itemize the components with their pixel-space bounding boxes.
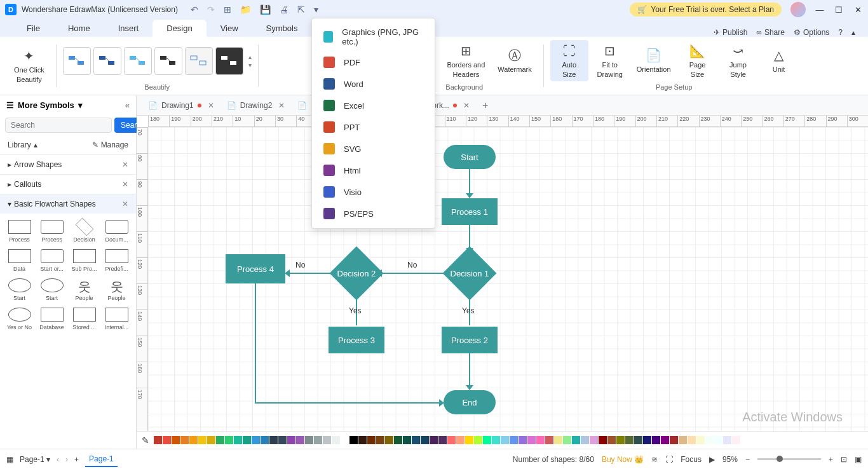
color-swatch[interactable]: [314, 436, 322, 444]
color-swatch[interactable]: [234, 436, 242, 444]
shape-item[interactable]: Decision: [69, 217, 100, 245]
shape-start[interactable]: Start: [444, 145, 496, 169]
open-icon[interactable]: 📁: [240, 4, 251, 15]
tab-file[interactable]: File: [13, 20, 54, 37]
color-swatch[interactable]: [545, 436, 553, 444]
tab-insert[interactable]: Insert: [104, 20, 153, 37]
export-icon[interactable]: ⇱: [297, 4, 305, 15]
doc-tab[interactable]: 📄Drawing1✕: [142, 97, 220, 114]
next-page-icon[interactable]: ›: [65, 455, 68, 464]
color-swatch[interactable]: [581, 436, 589, 444]
close-cat-icon[interactable]: ✕: [122, 160, 128, 169]
export-item[interactable]: SVG: [312, 138, 435, 160]
color-swatch[interactable]: [590, 436, 598, 444]
color-swatch[interactable]: [341, 436, 349, 444]
publish-button[interactable]: ✈ Publish: [714, 28, 747, 37]
tab-home[interactable]: Home: [54, 20, 104, 37]
cat-basic-flowchart[interactable]: ▾ Basic Flowchart Shapes✕: [0, 194, 136, 214]
prev-page-icon[interactable]: ‹: [57, 455, 59, 464]
shape-end[interactable]: End: [444, 390, 496, 414]
panels-icon[interactable]: ▣: [855, 455, 862, 464]
cat-arrow-shapes[interactable]: ▸ Arrow Shapes✕: [0, 154, 136, 174]
shape-item[interactable]: Start or...: [36, 247, 67, 275]
color-swatch[interactable]: [412, 436, 420, 444]
qat-more-icon[interactable]: ▾: [314, 4, 318, 15]
export-item[interactable]: Graphics (PNG, JPG etc.): [312, 22, 435, 51]
color-swatch[interactable]: [696, 436, 705, 444]
shape-item[interactable]: Process: [4, 217, 35, 245]
color-swatch[interactable]: [349, 436, 358, 444]
close-tab-icon[interactable]: ✕: [208, 101, 214, 110]
color-swatch[interactable]: [403, 436, 411, 444]
close-tab-icon[interactable]: ✕: [463, 101, 470, 110]
tab-design[interactable]: Design: [153, 20, 206, 37]
color-swatch[interactable]: [385, 436, 393, 444]
color-swatch[interactable]: [652, 436, 660, 444]
color-swatch[interactable]: [172, 436, 180, 444]
color-swatch[interactable]: [607, 436, 616, 444]
color-swatch[interactable]: [269, 436, 278, 444]
color-swatch[interactable]: [287, 436, 295, 444]
color-swatch[interactable]: [189, 436, 198, 444]
redo-icon[interactable]: ↷: [207, 4, 215, 15]
color-swatch[interactable]: [261, 436, 269, 444]
color-swatch[interactable]: [679, 436, 687, 444]
color-swatch[interactable]: [447, 436, 456, 444]
close-button[interactable]: ✕: [853, 5, 863, 15]
page-tab[interactable]: Page-1: [85, 452, 118, 467]
color-swatch[interactable]: [670, 436, 678, 444]
shape-process4[interactable]: Process 4: [226, 254, 285, 283]
color-swatch[interactable]: [536, 436, 545, 444]
color-swatch[interactable]: [510, 436, 518, 444]
color-swatch[interactable]: [421, 436, 429, 444]
color-swatch[interactable]: [483, 436, 491, 444]
watermark-button[interactable]: ⒶWatermark: [492, 44, 536, 76]
print-icon[interactable]: 🖨: [280, 4, 288, 15]
shape-process1[interactable]: Process 1: [442, 198, 498, 225]
focus-button[interactable]: Focus: [681, 455, 702, 464]
color-swatch[interactable]: [625, 436, 634, 444]
shape-item[interactable]: Database: [36, 305, 67, 333]
shape-decision1[interactable]: Decision 1: [443, 247, 497, 301]
library-up-icon[interactable]: ▴: [34, 140, 37, 149]
color-swatch[interactable]: [616, 436, 625, 444]
one-click-beautify-button[interactable]: ✦ One Click Beautify: [9, 45, 50, 86]
color-swatch[interactable]: [519, 436, 527, 444]
color-swatch[interactable]: [456, 436, 465, 444]
page-sheets-icon[interactable]: ▦: [6, 455, 13, 464]
color-swatch[interactable]: [278, 436, 287, 444]
share-button[interactable]: ∞ Share: [756, 28, 785, 37]
borders-headers-button[interactable]: ⊞Borders and Headers: [442, 40, 490, 81]
theme-5[interactable]: [185, 47, 213, 75]
color-swatch[interactable]: [296, 436, 304, 444]
auto-size-button[interactable]: ⛶Auto Size: [550, 40, 588, 81]
shape-item[interactable]: Yes or No: [4, 305, 35, 333]
orientation-button[interactable]: 📄Orientation: [632, 44, 676, 76]
undo-icon[interactable]: ↶: [191, 4, 198, 15]
manage-button[interactable]: ✎ Manage: [92, 140, 128, 149]
tab-symbols[interactable]: Symbols: [252, 20, 312, 37]
color-swatch[interactable]: [394, 436, 402, 444]
color-swatch[interactable]: [207, 436, 215, 444]
export-item[interactable]: PDF: [312, 51, 435, 73]
color-swatch[interactable]: [492, 436, 500, 444]
hamburger-icon[interactable]: ☰: [6, 100, 14, 110]
color-swatch[interactable]: [572, 436, 580, 444]
theme-prev-icon[interactable]: ▴: [248, 53, 252, 60]
theme-2[interactable]: [93, 47, 121, 75]
fit-to-drawing-button[interactable]: ⊡Fit to Drawing: [591, 40, 629, 81]
unit-button[interactable]: △Unit: [760, 44, 798, 76]
color-swatch[interactable]: [216, 436, 224, 444]
close-cat-icon[interactable]: ✕: [122, 200, 128, 208]
library-label[interactable]: Library: [8, 140, 31, 149]
color-swatch[interactable]: [154, 436, 162, 444]
color-swatch[interactable]: [563, 436, 571, 444]
ribbon-collapse-icon[interactable]: ▴: [851, 28, 855, 37]
color-swatch[interactable]: [465, 436, 473, 444]
eyedropper-icon[interactable]: ✎: [142, 435, 149, 445]
color-swatch[interactable]: [163, 436, 171, 444]
fullscreen-icon[interactable]: ⛶: [665, 455, 673, 464]
color-swatch[interactable]: [252, 436, 260, 444]
presentation-icon[interactable]: ▶: [709, 455, 715, 464]
theme-next-icon[interactable]: ▾: [248, 62, 252, 69]
